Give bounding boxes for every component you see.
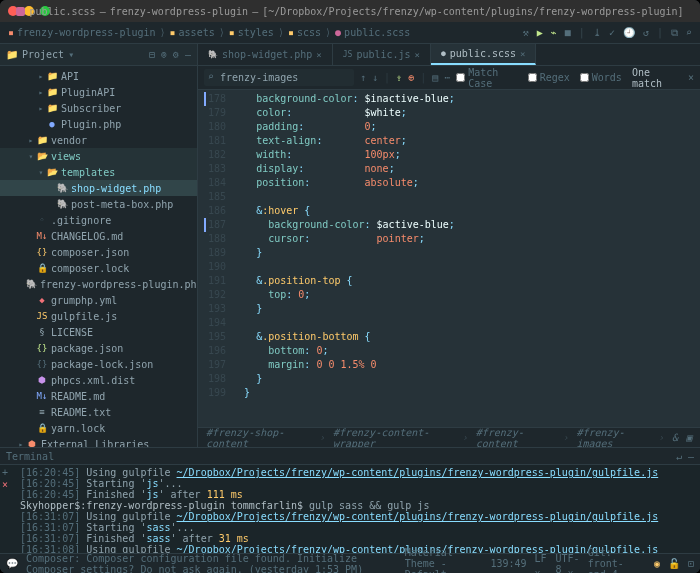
prev-match-icon[interactable]: ↑	[360, 72, 366, 83]
tree-folder[interactable]: ▸⬢External Libraries	[0, 436, 197, 447]
breadcrumb-item[interactable]: ●public.scss	[335, 27, 410, 38]
status-git-branch[interactable]: Git: front-end-4 ⌄	[588, 547, 646, 573]
tree-file[interactable]: 🐘frenzy-wordpress-plugin.php	[0, 276, 197, 292]
inspection-icon[interactable]: ◉	[654, 558, 660, 569]
css-breadcrumb-item[interactable]: #frenzy-content	[476, 427, 555, 449]
tree-arrow-icon[interactable]: ▾	[36, 168, 46, 177]
tree-file[interactable]: 🐘shop-widget.php	[0, 180, 197, 196]
tree-file[interactable]: M↓README.md	[0, 388, 197, 404]
editor-tab[interactable]: ●public.scss×	[431, 44, 536, 65]
tree-arrow-icon[interactable]: ▸	[36, 104, 46, 113]
css-breadcrumb-item[interactable]: #frenzy-content-wrapper	[333, 427, 454, 449]
status-encoding[interactable]: UTF-8 ⌄	[556, 553, 580, 574]
tree-arrow-icon[interactable]: ▸	[16, 440, 26, 448]
debug-icon[interactable]: ⌁	[551, 27, 557, 39]
find-input[interactable]	[204, 69, 354, 86]
tree-folder[interactable]: ▸📁API	[0, 68, 197, 84]
terminal-title[interactable]: Terminal	[6, 451, 54, 462]
find-bar: ↑ ↓ | ⇪ ⊕ | ▤ ⋯ Match Case Regex Words O…	[198, 66, 700, 90]
tree-file[interactable]: §LICENSE	[0, 324, 197, 340]
hide-icon[interactable]: —	[185, 49, 191, 60]
status-message[interactable]: Composer: Composer configuration file fo…	[26, 553, 389, 574]
close-terminal-icon[interactable]: ×	[2, 479, 8, 490]
git-revert-icon[interactable]: ↺	[643, 27, 649, 39]
stop-icon[interactable]: ■	[565, 27, 571, 39]
memory-icon[interactable]: ⊡	[688, 558, 694, 569]
breadcrumb-item[interactable]: ▪styles	[229, 27, 274, 38]
editor-tab[interactable]: 🐘shop-widget.php×	[198, 44, 333, 65]
git-update-icon[interactable]: ⤓	[593, 27, 601, 39]
status-line-sep[interactable]: LF ⌄	[535, 553, 548, 574]
tree-file[interactable]: ●Plugin.php	[0, 116, 197, 132]
event-log-icon[interactable]: 💬	[6, 558, 18, 569]
editor-breadcrumbs[interactable]: #frenzy-shop-content›#frenzy-content-wra…	[198, 427, 700, 447]
regex-checkbox[interactable]: Regex	[528, 72, 570, 83]
tree-file[interactable]: M↓CHANGELOG.md	[0, 228, 197, 244]
terminal-soft-wrap-icon[interactable]: ↵	[676, 451, 682, 462]
select-all-icon[interactable]: ⇪	[396, 72, 402, 83]
tree-file[interactable]: 🐘post-meta-box.php	[0, 196, 197, 212]
terminal[interactable]: + × [16:20:45] Using gulpfile ~/Dropbox/…	[0, 465, 700, 553]
tree-file[interactable]: 🔒composer.lock	[0, 260, 197, 276]
run-icon[interactable]: ▶	[537, 27, 543, 39]
css-breadcrumb-item[interactable]: #frenzy-images	[576, 427, 649, 449]
breadcrumb-item[interactable]: ▪frenzy-wordpress-plugin	[8, 27, 156, 38]
match-case-checkbox[interactable]: Match Case	[456, 67, 517, 89]
locate-icon[interactable]: ⊚	[161, 49, 167, 60]
close-find-icon[interactable]: ×	[688, 72, 694, 83]
close-tab-icon[interactable]: ×	[415, 50, 420, 60]
status-position[interactable]: 139:49	[490, 558, 526, 569]
filter-icon[interactable]: ▤	[432, 72, 438, 83]
window-title: public.scss – frenzy-wordpress-plugin – …	[0, 6, 700, 17]
structure-icon[interactable]: ⧉	[671, 27, 678, 39]
tree-file[interactable]: 🔒yarn.lock	[0, 420, 197, 436]
collapse-icon[interactable]: ⊟	[149, 49, 155, 60]
tree-folder[interactable]: ▸📁vendor	[0, 132, 197, 148]
editor-tab[interactable]: JSpublic.js×	[333, 44, 431, 65]
tree-label: LICENSE	[51, 327, 93, 338]
tree-file[interactable]: ◆grumphp.yml	[0, 292, 197, 308]
tree-label: External Libraries	[41, 439, 149, 448]
tree-file[interactable]: {}package-lock.json	[0, 356, 197, 372]
tree-file[interactable]: {}composer.json	[0, 244, 197, 260]
gear-icon[interactable]: ⚙	[173, 49, 179, 60]
words-checkbox[interactable]: Words	[580, 72, 622, 83]
breadcrumb-item[interactable]: ▪assets	[170, 27, 215, 38]
next-match-icon[interactable]: ↓	[372, 72, 378, 83]
project-tree[interactable]: ▸📁API▸📁PluginAPI▸📁Subscriber●Plugin.php▸…	[0, 66, 197, 447]
tree-folder[interactable]: ▾📂views	[0, 148, 197, 164]
close-tab-icon[interactable]: ×	[520, 49, 525, 59]
editor-tabs: 🐘shop-widget.php×JSpublic.js×●public.scs…	[198, 44, 700, 66]
project-view-label[interactable]: Project	[22, 49, 64, 60]
tree-arrow-icon[interactable]: ▾	[26, 152, 36, 161]
tree-folder[interactable]: ▸📁PluginAPI	[0, 84, 197, 100]
breadcrumb[interactable]: ▪frenzy-wordpress-plugin⟩▪assets⟩▪styles…	[0, 27, 418, 38]
css-breadcrumb-item[interactable]: #frenzy-shop-content	[206, 427, 311, 449]
add-terminal-icon[interactable]: +	[2, 467, 8, 478]
build-icon[interactable]: ⚒	[523, 27, 529, 39]
tree-folder[interactable]: ▾📂templates	[0, 164, 197, 180]
search-icon[interactable]: ⌕	[686, 27, 692, 39]
tree-file[interactable]: JSgulpfile.js	[0, 308, 197, 324]
tree-file[interactable]: {}package.json	[0, 340, 197, 356]
tree-file[interactable]: ◦.gitignore	[0, 212, 197, 228]
lock-icon[interactable]: 🔓	[668, 558, 680, 569]
tree-arrow-icon[interactable]: ▸	[26, 136, 36, 145]
breadcrumb-item[interactable]: ▪scss	[288, 27, 321, 38]
scroll-indicator-icon[interactable]: ▣	[686, 432, 692, 443]
terminal-hide-icon[interactable]: —	[688, 451, 694, 462]
more-icon[interactable]: ⋯	[444, 72, 450, 83]
tree-file[interactable]: ≡README.txt	[0, 404, 197, 420]
tree-folder[interactable]: ▸📁Subscriber	[0, 100, 197, 116]
tree-arrow-icon[interactable]: ▸	[36, 72, 46, 81]
add-selection-icon[interactable]: ⊕	[408, 72, 414, 83]
chevron-down-icon[interactable]: ▾	[68, 49, 74, 60]
code-editor[interactable]: 1781791801811821831841851861871881891901…	[198, 90, 700, 427]
close-tab-icon[interactable]: ×	[316, 50, 321, 60]
tree-file[interactable]: ⬢phpcs.xml.dist	[0, 372, 197, 388]
git-commit-icon[interactable]: ✓	[609, 27, 615, 39]
git-history-icon[interactable]: 🕘	[623, 27, 635, 39]
css-breadcrumb-item[interactable]: &	[672, 432, 678, 443]
tree-arrow-icon[interactable]: ▸	[36, 88, 46, 97]
status-theme[interactable]: Material Theme - Default	[405, 547, 483, 573]
